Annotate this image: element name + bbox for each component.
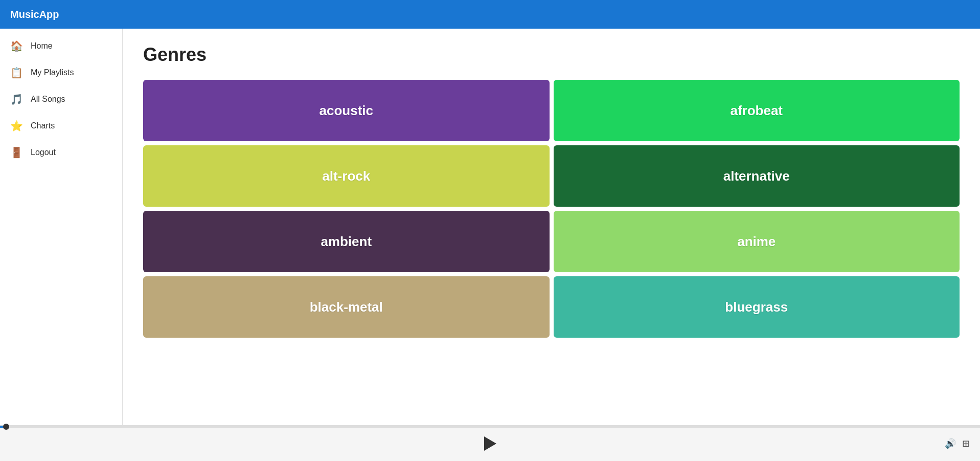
- charts-icon: ⭐: [10, 120, 22, 132]
- sidebar-label-all-songs: All Songs: [31, 95, 65, 104]
- main-layout: 🏠Home📋My Playlists🎵All Songs⭐Charts🚪Logo…: [0, 29, 980, 425]
- all-songs-icon: 🎵: [10, 93, 22, 105]
- sidebar-item-logout[interactable]: 🚪Logout: [0, 139, 122, 166]
- play-button[interactable]: [484, 436, 496, 451]
- sidebar-item-my-playlists[interactable]: 📋My Playlists: [0, 59, 122, 86]
- genre-tile-bluegrass[interactable]: bluegrass: [554, 276, 960, 338]
- genre-tile-alternative[interactable]: alternative: [554, 145, 960, 207]
- my-playlists-icon: 📋: [10, 67, 22, 79]
- genre-tile-alt-rock[interactable]: alt-rock: [143, 145, 550, 207]
- sidebar-label-logout: Logout: [31, 148, 56, 157]
- sidebar-item-all-songs[interactable]: 🎵All Songs: [0, 86, 122, 113]
- app-title: MusicApp: [10, 9, 59, 20]
- player-bar: 🔊 ⊞: [0, 425, 980, 461]
- layout-icon[interactable]: ⊞: [962, 438, 970, 449]
- player-controls-right: 🔊 ⊞: [945, 438, 970, 449]
- sidebar-label-charts: Charts: [31, 121, 55, 130]
- logout-icon: 🚪: [10, 146, 22, 159]
- sidebar-label-home: Home: [31, 41, 53, 51]
- home-icon: 🏠: [10, 40, 22, 52]
- genre-tile-black-metal[interactable]: black-metal: [143, 276, 550, 338]
- progress-fill: [0, 426, 6, 428]
- sidebar-label-my-playlists: My Playlists: [31, 68, 74, 77]
- genre-tile-afrobeat[interactable]: afrobeat: [554, 80, 960, 141]
- app-header: MusicApp: [0, 0, 980, 29]
- genre-tile-anime[interactable]: anime: [554, 211, 960, 272]
- genre-tile-acoustic[interactable]: acoustic: [143, 80, 550, 141]
- sidebar: 🏠Home📋My Playlists🎵All Songs⭐Charts🚪Logo…: [0, 29, 123, 425]
- sidebar-item-charts[interactable]: ⭐Charts: [0, 113, 122, 139]
- volume-icon[interactable]: 🔊: [945, 438, 956, 449]
- progress-dot: [3, 424, 9, 430]
- page-title: Genres: [143, 44, 960, 65]
- sidebar-item-home[interactable]: 🏠Home: [0, 33, 122, 59]
- progress-bar[interactable]: [0, 426, 980, 428]
- genre-tile-ambient[interactable]: ambient: [143, 211, 550, 272]
- genre-grid: acousticafrobeatalt-rockalternativeambie…: [143, 80, 960, 338]
- play-button-container: [10, 436, 970, 451]
- main-content: Genres acousticafrobeatalt-rockalternati…: [123, 29, 980, 425]
